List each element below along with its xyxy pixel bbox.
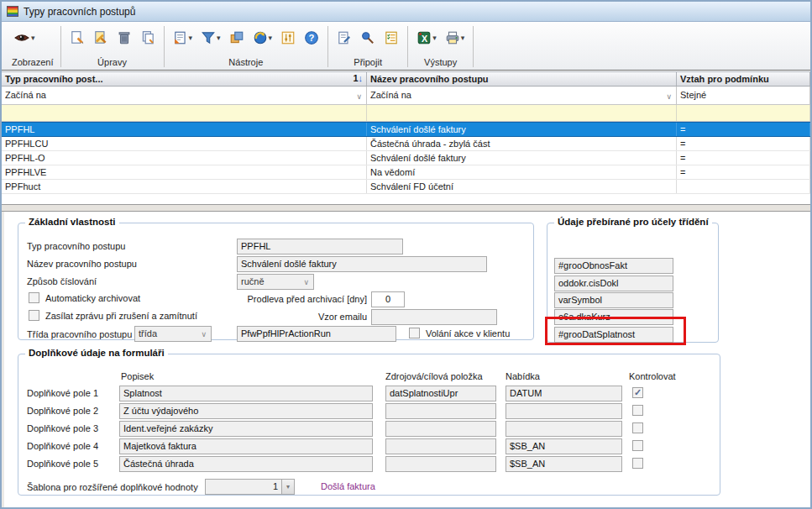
prodleva-field[interactable]: 0 xyxy=(371,291,405,307)
table-row[interactable]: PPFHLCU Částečná úhrada - zbylá část = xyxy=(2,137,810,151)
kontrolovat-checkbox[interactable]: ✓ xyxy=(632,387,643,398)
zprava-checkbox[interactable] xyxy=(29,310,39,321)
grid-filter-row: Začíná na∨ Začíná na∨ Stejné xyxy=(2,87,810,105)
cell-vztah[interactable]: = xyxy=(677,137,810,150)
spinner-button[interactable]: ▾ xyxy=(281,480,294,494)
zdroj-field[interactable] xyxy=(385,421,496,437)
svg-text:X: X xyxy=(422,34,428,44)
parameters-button[interactable] xyxy=(279,29,297,47)
nabidka-field[interactable]: $SB_AN xyxy=(506,456,622,472)
entry-cell-nazev[interactable] xyxy=(367,105,677,121)
sorting-field-2[interactable]: oddokr.cisDokl xyxy=(554,275,673,291)
edit-button[interactable] xyxy=(92,29,110,47)
entry-cell-vztah[interactable] xyxy=(677,105,810,121)
sync-button[interactable]: ▾ xyxy=(251,29,275,47)
template-value: 1 xyxy=(206,480,281,494)
popisek-field[interactable]: Částečná úhrada xyxy=(119,456,373,472)
cislovani-label: Způsob číslování xyxy=(27,276,97,287)
table-row[interactable]: PPFHLVE Na vědomí = xyxy=(2,165,810,180)
sorting-field-3[interactable]: varSymbol xyxy=(554,292,673,308)
cell-vztah[interactable]: = xyxy=(677,123,810,136)
popisek-field[interactable]: Ident.veřejné zakázky xyxy=(119,421,373,437)
globe-arrow-icon xyxy=(253,30,268,45)
nazev-label: Název pracovního postupu xyxy=(27,259,137,270)
column-header-nazev[interactable]: Název pracovního postupu xyxy=(367,72,677,86)
splitter[interactable] xyxy=(2,204,810,212)
help-button[interactable]: ? xyxy=(302,29,321,47)
layers-button[interactable] xyxy=(228,29,246,47)
column-header-vztah[interactable]: Vztah pro podmínku xyxy=(677,72,810,86)
delete-button[interactable] xyxy=(115,29,134,47)
table-row[interactable]: PPFhuct Schválení FD účetní xyxy=(2,180,810,194)
cell-vztah[interactable]: = xyxy=(677,165,810,179)
header-nabidka: Nabídka xyxy=(506,371,540,382)
pin-button[interactable] xyxy=(359,29,377,47)
cell-typ[interactable]: PPFHL xyxy=(2,123,367,136)
sliders-icon xyxy=(280,30,296,45)
popisek-field[interactable]: Z účtu výdajového xyxy=(119,403,373,419)
column-header-typ[interactable]: Typ pracovního post... 1↓ xyxy=(2,72,367,86)
template-link[interactable]: Došlá faktura xyxy=(321,481,375,492)
cell-nazev[interactable]: Schválení FD účetní xyxy=(367,180,677,193)
popisek-field[interactable]: Majetková faktura xyxy=(119,438,373,454)
filter-combo-typ[interactable]: Začíná na∨ xyxy=(2,87,367,104)
cell-typ[interactable]: PPFHLCU xyxy=(2,137,367,150)
trida-label: Třída pracovního postupu xyxy=(27,329,132,340)
zdroj-field[interactable] xyxy=(385,456,496,472)
nazev-field[interactable]: Schválení došlé faktury xyxy=(237,256,487,272)
filter-button[interactable]: ▾ xyxy=(199,29,223,47)
checklist-icon xyxy=(384,30,399,45)
entry-cell-typ[interactable] xyxy=(2,105,367,121)
cell-vztah[interactable] xyxy=(677,180,810,193)
cell-typ[interactable]: PPFhuct xyxy=(2,180,367,193)
cislovani-combo[interactable]: ručně∨ xyxy=(237,274,314,290)
chevron-down-icon: ▾ xyxy=(217,34,221,41)
app-window: Typy pracovních postupů ▾ Zobrazení xyxy=(0,0,812,509)
attach-note-button[interactable] xyxy=(335,29,354,47)
popisek-field[interactable]: Splatnost xyxy=(119,386,373,401)
kontrolovat-checkbox[interactable] xyxy=(632,405,643,416)
archiv-checkbox[interactable] xyxy=(29,292,39,303)
copy-button[interactable] xyxy=(139,29,157,47)
filter-combo-vztah[interactable]: Stejné xyxy=(677,87,810,104)
kontrolovat-checkbox[interactable] xyxy=(632,458,643,469)
trida-combo[interactable]: třída∨ xyxy=(134,326,212,342)
cell-vztah[interactable]: = xyxy=(677,151,810,165)
pushpin-icon xyxy=(360,30,375,45)
cell-nazev[interactable]: Částečná úhrada - zbylá část xyxy=(367,137,677,150)
records-button[interactable]: ▾ xyxy=(171,29,195,47)
table-row[interactable]: PPFHL-O Schválení došlé faktury = xyxy=(2,151,810,165)
cell-nazev[interactable]: Na vědomí xyxy=(367,165,677,179)
trida-class-field[interactable]: PfwPpfHlPrActionRun xyxy=(237,326,396,342)
cell-typ[interactable]: PPFHL-O xyxy=(2,151,367,165)
toolbar: ▾ Zobrazení Úpravy xyxy=(2,22,810,71)
titlebar: Typy pracovních postupů xyxy=(2,2,810,22)
toolbar-group-pripojit: Připojit xyxy=(328,24,407,70)
cell-nazev[interactable]: Schválení došlé faktury xyxy=(367,123,677,136)
print-button[interactable]: ▾ xyxy=(443,29,467,47)
cell-nazev[interactable]: Schválení došlé faktury xyxy=(367,151,677,165)
volani-checkbox[interactable] xyxy=(409,328,420,338)
template-spinner[interactable]: 1 ▾ xyxy=(205,479,295,495)
view-button[interactable]: ▾ xyxy=(12,29,37,47)
cell-typ[interactable]: PPFHLVE xyxy=(2,165,367,179)
zdroj-field[interactable]: datSplatnostiUpr xyxy=(385,386,496,401)
new-button[interactable] xyxy=(68,29,86,47)
filter-combo-nazev[interactable]: Začíná na∨ xyxy=(367,87,677,104)
table-row[interactable]: PPFHL Schválení došlé faktury = xyxy=(2,122,810,137)
kontrolovat-checkbox[interactable] xyxy=(632,440,643,451)
kontrolovat-checkbox[interactable] xyxy=(632,422,643,433)
excel-export-button[interactable]: X ▾ xyxy=(415,29,438,47)
typ-field[interactable]: PPFHL xyxy=(237,239,403,254)
sorting-field-1[interactable]: #grooObnosFakt xyxy=(554,258,673,274)
checklist-button[interactable] xyxy=(382,29,401,47)
vzor-field[interactable] xyxy=(371,309,497,325)
nabidka-field[interactable] xyxy=(506,403,622,419)
zdroj-field[interactable] xyxy=(385,438,496,454)
sort-indicator: 1↓ xyxy=(353,73,363,84)
nabidka-field[interactable] xyxy=(506,421,622,437)
nabidka-field[interactable]: DATUM xyxy=(506,386,622,401)
nabidka-field[interactable]: $SB_AN xyxy=(506,438,622,454)
zdroj-field[interactable] xyxy=(385,403,496,419)
extra-row-label: Doplňkové pole 5 xyxy=(27,459,98,470)
